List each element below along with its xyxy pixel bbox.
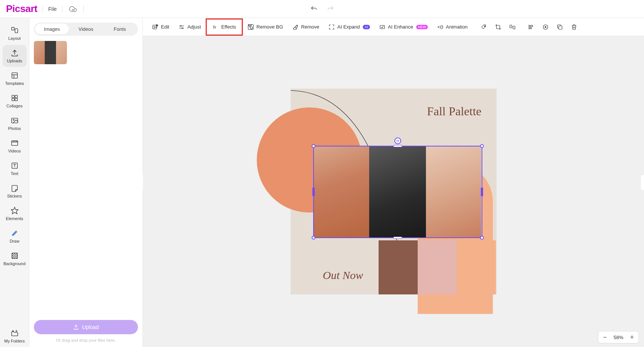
svg-marker-20 <box>11 207 18 214</box>
image-segment <box>426 146 481 237</box>
svg-rect-46 <box>510 25 512 28</box>
sidebar-item-draw[interactable]: Draw <box>3 225 27 247</box>
templates-icon <box>11 71 19 80</box>
resize-handle-top[interactable] <box>393 145 402 147</box>
resize-handle-tl[interactable] <box>312 144 315 148</box>
selected-image[interactable]: ⟳ <box>313 146 482 238</box>
ai-expand-button[interactable]: AI Expand AI <box>324 21 374 33</box>
sidebar-item-uploads[interactable]: Uploads <box>3 45 27 67</box>
resize-handle-tr[interactable] <box>480 144 484 148</box>
resize-handle-bottom[interactable] <box>393 237 402 239</box>
upload-icon <box>11 49 19 57</box>
zoom-out-button[interactable]: − <box>600 332 610 342</box>
divider <box>62 5 62 13</box>
zoom-value[interactable]: 58% <box>611 335 626 340</box>
remove-bg-button[interactable]: Remove BG <box>244 21 287 33</box>
crop-button[interactable] <box>492 21 505 33</box>
svg-rect-4 <box>15 29 17 33</box>
resize-handle-bl[interactable] <box>312 236 315 240</box>
drop-hint: Or drag and drop your files here. <box>34 338 138 342</box>
canvas-area: Edit Adjust fx Effects Remove BG Remove … <box>143 18 644 347</box>
image-segment <box>369 146 426 237</box>
design-canvas[interactable]: Fall Palette Out Now ⟳ <box>291 89 497 294</box>
redo-icon[interactable] <box>327 5 334 13</box>
zoom-in-button[interactable]: + <box>627 332 637 342</box>
sidebar-label: Uploads <box>7 59 22 63</box>
upload-thumbnail[interactable] <box>34 41 67 64</box>
resize-handle-left[interactable] <box>312 187 315 196</box>
panel-tabs: Images Videos Fonts <box>34 23 138 36</box>
sidebar-item-photos[interactable]: Photos <box>3 113 27 134</box>
sidebar-item-elements[interactable]: Elements <box>3 203 27 225</box>
sidebar-label: Background <box>3 261 26 266</box>
flip-button[interactable] <box>506 21 519 33</box>
sidebar-item-templates[interactable]: Templates <box>3 68 27 89</box>
upload-button[interactable]: Upload <box>34 320 138 334</box>
sidebar-label: Draw <box>10 239 20 243</box>
crop-icon <box>495 24 502 30</box>
tool-label: Animation <box>446 24 468 30</box>
remove-button[interactable]: Remove <box>288 21 323 33</box>
duplicate-button[interactable] <box>553 21 566 33</box>
folder-icon <box>11 329 19 337</box>
svg-rect-38 <box>248 24 249 26</box>
background-icon <box>11 252 19 260</box>
svg-point-30 <box>154 26 155 27</box>
divider <box>42 5 43 13</box>
collages-icon <box>11 94 19 102</box>
image-segment <box>314 146 369 237</box>
align-button[interactable] <box>525 21 538 33</box>
rotate-handle[interactable]: ⟳ <box>394 137 401 144</box>
canvas-viewport[interactable]: Fall Palette Out Now ⟳ <box>143 36 644 347</box>
tab-images[interactable]: Images <box>35 24 69 35</box>
tool-label: Adjust <box>187 24 201 30</box>
sidebar-item-videos[interactable]: Videos <box>3 135 27 157</box>
svg-rect-5 <box>12 73 17 78</box>
resize-handle-br[interactable] <box>480 236 484 240</box>
sidebar-label: Videos <box>8 149 21 153</box>
sidebar-item-text[interactable]: Text <box>3 158 27 180</box>
tag-icon <box>480 24 487 30</box>
effects-button[interactable]: fx Effects <box>206 19 242 35</box>
undo-redo-group <box>310 5 334 13</box>
svg-point-42 <box>297 25 298 26</box>
svg-rect-40 <box>249 26 250 27</box>
sidebar-item-stickers[interactable]: Stickers <box>3 180 27 202</box>
adjust-button[interactable]: Adjust <box>174 21 205 33</box>
svg-rect-3 <box>11 27 14 30</box>
undo-icon[interactable] <box>310 5 318 13</box>
resize-handle-right[interactable] <box>481 187 483 196</box>
animation-icon <box>437 24 444 30</box>
delete-button[interactable] <box>568 21 580 33</box>
sidebar-item-layout[interactable]: Layout <box>3 23 27 44</box>
align-icon <box>528 24 535 30</box>
edit-button[interactable]: Edit <box>148 21 173 33</box>
ai-badge: AI <box>363 25 370 29</box>
svg-rect-39 <box>250 24 252 26</box>
duplicate-icon <box>556 24 563 30</box>
sidebar-label: My Folders <box>4 339 24 343</box>
flip-icon <box>509 24 516 30</box>
tab-videos[interactable]: Videos <box>69 24 103 35</box>
sidebar-item-collages[interactable]: Collages <box>3 90 27 112</box>
sidebar-item-myfolders[interactable]: My Folders <box>3 325 27 347</box>
right-panel-toggle[interactable] <box>640 174 644 191</box>
sidebar-item-background[interactable]: Background <box>3 248 27 270</box>
panel-footer: Upload Or drag and drop your files here. <box>34 320 138 342</box>
file-menu[interactable]: File <box>48 6 57 12</box>
swatch-row <box>379 240 496 294</box>
videos-icon <box>11 139 19 147</box>
upload-icon <box>73 324 79 330</box>
cloud-sync-button[interactable] <box>68 5 78 13</box>
eraser-tool-button[interactable] <box>477 21 490 33</box>
svg-rect-47 <box>513 26 515 29</box>
svg-rect-53 <box>559 26 562 29</box>
ai-enhance-button[interactable]: AI Enhance NEW <box>375 21 432 33</box>
tab-fonts[interactable]: Fonts <box>103 24 137 35</box>
animation-button[interactable]: Animation <box>433 21 471 33</box>
sidebar-label: Collages <box>6 104 23 108</box>
layout-icon <box>11 26 19 35</box>
color-swatch <box>457 240 496 294</box>
layer-button[interactable] <box>539 21 552 33</box>
svg-point-28 <box>16 330 17 332</box>
